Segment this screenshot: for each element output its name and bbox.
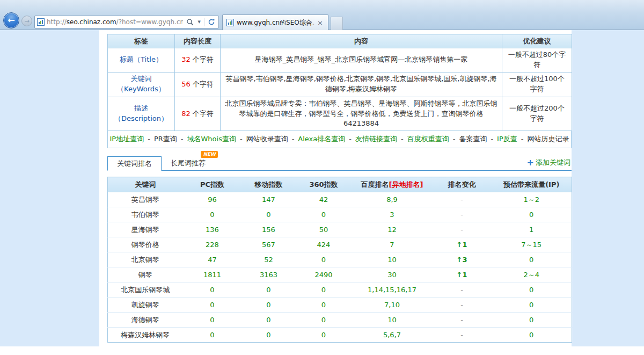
seo-col-suggestion: 优化建议 <box>502 34 572 48</box>
keyword-cell: 海德钢琴 <box>108 313 183 328</box>
query-link-5[interactable]: 友情链接查询 <box>355 135 397 143</box>
seo-description-link[interactable]: 描述（Description） <box>114 104 168 122</box>
query-link-0[interactable]: IP地址查询 <box>110 135 144 143</box>
baidu-rank-cell: 10 <box>352 313 433 328</box>
char-count-suffix: 个字符 <box>193 110 214 118</box>
query-link-2[interactable]: 域名Whois查询 <box>187 135 236 143</box>
keyword-table: 关键词 PC指数 移动指数 360指数 百度排名[异地排名] 排名变化 预估带来… <box>107 177 572 343</box>
query-link-8[interactable]: IP反查 <box>497 135 517 143</box>
index-360-cell: 0 <box>296 207 352 222</box>
index-360-cell: 50 <box>296 222 352 237</box>
search-icon[interactable] <box>185 18 195 26</box>
address-bar[interactable]: http://seo.chinaz.com/?host=www.gyqh.cn … <box>34 16 219 28</box>
keyword-row: 星海钢琴1361565012-1 <box>108 222 572 237</box>
tab-longtail-suggest[interactable]: NEW 长尾词推荐 <box>162 156 215 170</box>
traffic-cell: 0 <box>492 282 572 298</box>
col-keyword: 关键词 <box>108 177 183 192</box>
keyword-table-body: 英昌钢琴96147428,9-1～2韦伯钢琴0003-0星海钢琴13615650… <box>108 192 572 343</box>
keyword-cell: 凯旋钢琴 <box>108 298 183 313</box>
query-link-6[interactable]: 百度权重查询 <box>407 135 449 143</box>
query-link-1[interactable]: PR查询 <box>154 135 177 143</box>
seo-table: 标签 内容长度 内容 优化建议 标题（Title） 32 个字符 星海钢琴_英昌… <box>107 34 572 131</box>
seo-description-length-cell: 82 个字符 <box>175 97 221 131</box>
link-separator: - <box>453 135 456 143</box>
pc-index-cell: 96 <box>183 192 242 207</box>
col-baidu-rank: 百度排名[异地排名] <box>352 177 433 192</box>
seo-col-label: 标签 <box>108 34 175 48</box>
keyword-row: 凯旋钢琴0007,10-0 <box>108 298 572 313</box>
col-estimated-traffic: 预估带来流量(IP) <box>492 177 572 192</box>
seo-table-header-row: 标签 内容长度 内容 优化建议 <box>108 34 572 48</box>
seo-title-suggestion-cell: 一般不超过80个字符 <box>502 48 572 73</box>
seo-row-keywords: 关键词（KeyWords） 56 个字符 英昌钢琴,韦伯钢琴,星海钢琴,钢琴价格… <box>108 72 572 97</box>
keyword-cell: 北京钢琴 <box>108 252 183 267</box>
pc-index-cell: 0 <box>183 207 242 222</box>
baidu-rank-cell: 3 <box>352 207 433 222</box>
char-count: 32 <box>181 55 191 63</box>
url-domain: seo.chinaz.com <box>67 18 116 26</box>
keyword-cell: 梅森汉姆林钢琴 <box>108 328 183 343</box>
seo-keywords-link[interactable]: 关键词（KeyWords） <box>117 75 165 93</box>
rank-change-cell: - <box>433 313 492 328</box>
query-link-9[interactable]: 网站历史记录 <box>527 135 569 143</box>
pc-index-cell: 1811 <box>183 267 242 282</box>
mobile-index-cell: 3163 <box>242 267 296 282</box>
mobile-index-cell: 0 <box>242 207 296 222</box>
url-scheme: http:// <box>47 18 67 26</box>
refresh-icon[interactable] <box>207 18 216 26</box>
keyword-tabs: 关键词排名 NEW 长尾词推荐 + 添加关键词 <box>107 156 572 171</box>
pc-index-cell: 136 <box>183 222 242 237</box>
index-360-cell: 0 <box>296 328 352 343</box>
seo-title-label-cell: 标题（Title） <box>108 48 175 73</box>
seo-row-description: 描述（Description） 82 个字符 北京国乐钢琴城品牌专卖：韦伯钢琴、… <box>108 97 572 131</box>
mobile-index-cell: 0 <box>242 328 296 343</box>
tab-longtail-label: 长尾词推荐 <box>171 159 206 167</box>
seo-title-link[interactable]: 标题（Title） <box>120 55 163 63</box>
add-keyword-label: 添加关键词 <box>536 158 570 168</box>
rank-change-cell: - <box>433 282 492 298</box>
baidu-rank-cell: 7 <box>352 237 433 252</box>
keyword-row: 北京国乐钢琴城0001,14,15,16,17-0 <box>108 282 572 298</box>
rank-change-cell: ↑1 <box>433 267 492 282</box>
col-mobile-index: 移动指数 <box>242 177 296 192</box>
forward-button[interactable]: → <box>21 16 32 26</box>
forward-arrow-icon: → <box>24 18 29 24</box>
mobile-index-cell: 147 <box>242 192 296 207</box>
query-link-3[interactable]: 网站收录查询 <box>246 135 288 143</box>
link-separator: - <box>349 135 352 143</box>
dropdown-icon[interactable]: ▼ <box>197 20 202 24</box>
mobile-index-cell: 0 <box>242 282 296 298</box>
link-separator: - <box>181 135 184 143</box>
link-separator: - <box>401 135 404 143</box>
plus-icon: + <box>527 158 534 167</box>
baidu-rank-cell: 7,10 <box>352 298 433 313</box>
back-button[interactable]: ← <box>3 12 19 28</box>
url-text[interactable]: http://seo.chinaz.com/?host=www.gyqh.cn <box>47 18 183 26</box>
rank-change-cell: - <box>433 207 492 222</box>
baidu-rank-cell: 8,9 <box>352 192 433 207</box>
keyword-cell: 北京国乐钢琴城 <box>108 282 183 298</box>
col-remote-rank-label: [异地排名] <box>389 180 423 189</box>
keyword-row: 海德钢琴00010-0 <box>108 313 572 328</box>
query-link-4[interactable]: Alexa排名查询 <box>298 135 345 143</box>
link-separator: - <box>148 135 150 143</box>
rank-change-cell: - <box>433 192 492 207</box>
mobile-index-cell: 0 <box>242 313 296 328</box>
pc-index-cell: 0 <box>183 282 242 298</box>
tab-close-icon[interactable]: × <box>316 19 324 27</box>
rank-change-cell: ↑1 <box>433 237 492 252</box>
browser-tab[interactable]: www.gyqh.cn的SEO综合... × <box>222 15 328 30</box>
add-keyword-link[interactable]: + 添加关键词 <box>527 158 570 168</box>
col-pc-index: PC指数 <box>183 177 242 192</box>
url-path: /?host=www.gyqh.cn <box>116 18 183 26</box>
mobile-index-cell: 0 <box>242 298 296 313</box>
new-tab-button[interactable] <box>331 17 343 30</box>
seo-keywords-content-cell: 英昌钢琴,韦伯钢琴,星海钢琴,钢琴价格,北京钢琴,钢琴,北京国乐钢琴城,国乐,凯… <box>221 72 502 97</box>
back-arrow-icon: ← <box>8 16 14 25</box>
tab-keyword-ranking[interactable]: 关键词排名 <box>107 156 162 171</box>
query-links: IP地址查询-PR查询-域名Whois查询-网站收录查询-Alexa排名查询-友… <box>107 131 572 148</box>
char-count-suffix: 个字符 <box>193 80 214 88</box>
char-count: 56 <box>181 80 191 88</box>
query-link-7[interactable]: 备案查询 <box>459 135 487 143</box>
traffic-cell: 7～15 <box>492 237 572 252</box>
